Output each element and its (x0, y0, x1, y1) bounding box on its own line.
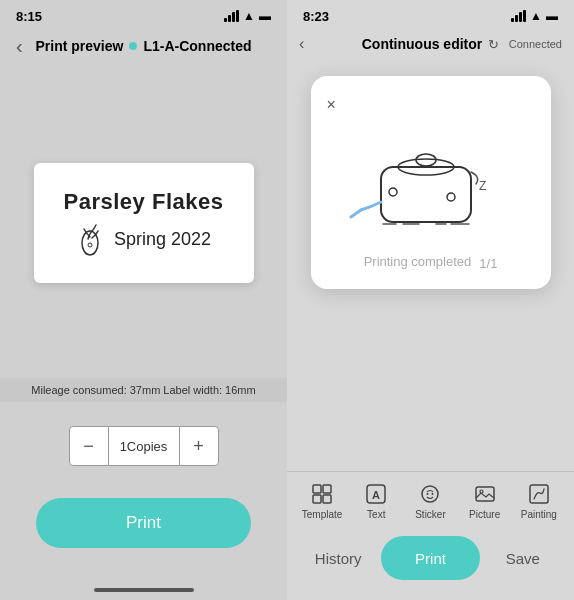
history-button[interactable]: History (303, 536, 373, 580)
increase-copies-button[interactable]: + (179, 426, 219, 466)
template-icon (310, 482, 334, 506)
refresh-icon[interactable]: ↻ (488, 37, 499, 52)
left-controls: − 1Copies + (0, 402, 287, 482)
right-status-bar: 8:23 ▲ ▬ (287, 0, 574, 28)
right-battery-icon: ▬ (546, 9, 558, 23)
svg-text:A: A (372, 489, 380, 501)
svg-point-22 (480, 490, 483, 493)
right-panel: 8:23 ▲ ▬ ‹ Continuous editor ↻ Connected… (287, 0, 574, 600)
sticker-label: Sticker (415, 509, 446, 520)
sticker-icon (418, 482, 442, 506)
svg-rect-15 (323, 495, 331, 503)
signal-icon (224, 10, 239, 22)
left-status-icons: ▲ ▬ (224, 9, 271, 23)
svg-point-4 (416, 154, 436, 166)
svg-text:Z: Z (479, 179, 486, 193)
label-row: Spring 2022 (76, 221, 211, 257)
picture-icon (473, 482, 497, 506)
left-back-button[interactable]: ‹ (16, 35, 23, 58)
svg-rect-12 (313, 485, 321, 493)
decrease-copies-button[interactable]: − (69, 426, 109, 466)
template-label: Template (302, 509, 343, 520)
right-header-title: Continuous editor (362, 36, 483, 52)
picture-label: Picture (469, 509, 500, 520)
wifi-icon: ▲ (243, 9, 255, 23)
right-actions: History Print Save (287, 526, 574, 600)
connection-status-dot (129, 42, 137, 50)
right-wifi-icon: ▲ (530, 9, 542, 23)
right-connected-badge: Connected (509, 38, 562, 50)
left-home-indicator (94, 588, 194, 592)
right-back-button[interactable]: ‹ (299, 35, 304, 53)
svg-point-6 (447, 193, 455, 201)
print-preview-label: Print preview (35, 38, 123, 54)
left-preview-area: Parsley Flakes Spring 2022 (0, 68, 287, 378)
printer-illustration: Z (341, 122, 521, 242)
completion-modal: × Z (311, 76, 551, 289)
svg-point-20 (432, 493, 434, 495)
text-icon: A (364, 482, 388, 506)
right-time: 8:23 (303, 9, 329, 24)
left-panel: 8:15 ▲ ▬ ‹ Print preview L1-A-Connected … (0, 0, 287, 600)
right-print-button[interactable]: Print (381, 536, 479, 580)
svg-point-1 (88, 243, 92, 247)
left-header: ‹ Print preview L1-A-Connected (0, 28, 287, 68)
right-header: ‹ Continuous editor ↻ Connected (287, 28, 574, 64)
right-toolbar: Template A Text St (287, 471, 574, 526)
completion-info: Printing completed 1/1 (364, 254, 498, 273)
left-header-title: Print preview L1-A-Connected (35, 38, 251, 54)
toolbar-item-painting[interactable]: Painting (517, 482, 561, 520)
battery-icon: ▬ (259, 9, 271, 23)
device-name-label: L1-A-Connected (143, 38, 251, 54)
toolbar-item-template[interactable]: Template (300, 482, 344, 520)
right-signal-icon (511, 10, 526, 22)
svg-point-19 (427, 493, 429, 495)
svg-rect-13 (323, 485, 331, 493)
label-title: Parsley Flakes (64, 189, 224, 215)
svg-rect-23 (530, 485, 548, 503)
toolbar-item-sticker[interactable]: Sticker (408, 482, 452, 520)
save-button[interactable]: Save (488, 536, 558, 580)
label-card: Parsley Flakes Spring 2022 (34, 163, 254, 283)
left-print-button[interactable]: Print (36, 498, 251, 548)
copies-display: 1Copies (109, 426, 179, 466)
text-label: Text (367, 509, 385, 520)
toolbar-item-text[interactable]: A Text (354, 482, 398, 520)
svg-point-5 (389, 188, 397, 196)
left-status-bar: 8:15 ▲ ▬ (0, 0, 287, 28)
painting-label: Painting (521, 509, 557, 520)
left-info-bar: Mileage consumed: 37mm Label width: 16mm (0, 378, 287, 402)
modal-close-button[interactable]: × (327, 96, 336, 114)
completion-count: 1/1 (479, 256, 497, 271)
toolbar-item-picture[interactable]: Picture (463, 482, 507, 520)
svg-rect-14 (313, 495, 321, 503)
carrot-icon (76, 221, 104, 257)
right-main: × Z (287, 64, 574, 471)
left-time: 8:15 (16, 9, 42, 24)
completion-text: Printing completed (364, 254, 472, 269)
svg-point-18 (422, 486, 438, 502)
right-status-icons: ▲ ▬ (511, 9, 558, 23)
svg-rect-21 (476, 487, 494, 501)
mileage-info: Mileage consumed: 37mm Label width: 16mm (31, 384, 255, 396)
label-subtitle: Spring 2022 (114, 229, 211, 250)
painting-icon (527, 482, 551, 506)
